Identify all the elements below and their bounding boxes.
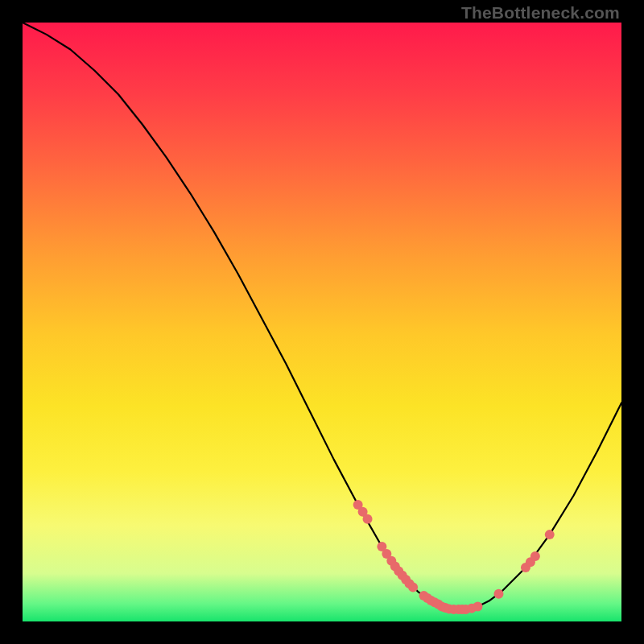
data-point [473,601,482,611]
data-point [408,583,418,592]
data-point [363,514,373,524]
chart-frame: TheBottleneck.com [0,0,644,644]
watermark-label: TheBottleneck.com [461,3,620,23]
data-point [530,551,540,561]
bottleneck-curve [23,23,621,609]
data-point [545,530,555,539]
chart-svg [23,23,621,621]
plot-area [23,23,621,621]
highlight-dots [353,500,555,614]
data-point [493,589,503,599]
